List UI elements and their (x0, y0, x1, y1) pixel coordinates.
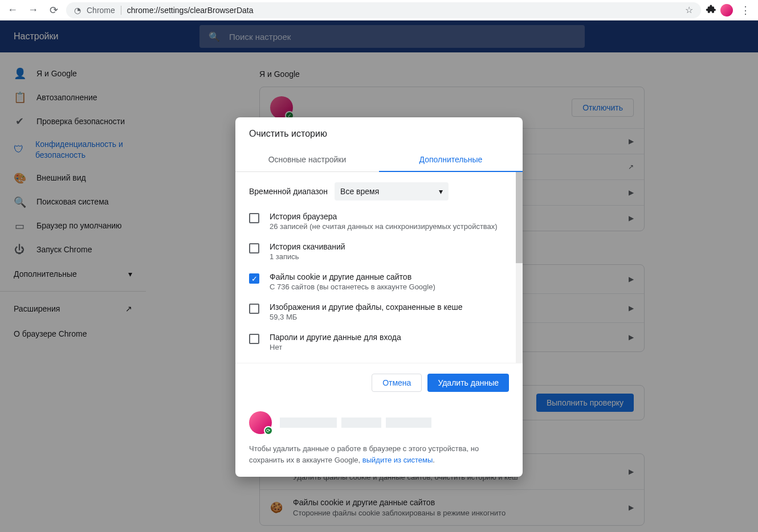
check-cookies[interactable]: ✓ Файлы cookie и другие данные сайтовС 7… (235, 267, 523, 297)
tab-basic[interactable]: Основные настройки (235, 148, 379, 171)
chrome-menu-button[interactable]: ⋮ (737, 2, 753, 18)
checkbox[interactable] (249, 304, 259, 314)
omnibox-origin: Chrome (87, 6, 121, 15)
omnibox[interactable]: ◔ Chrome chrome://settings/clearBrowserD… (66, 2, 701, 18)
check-download-history[interactable]: История скачиваний1 запись (235, 236, 523, 267)
dialog-footer: ⟳ Чтобы удалить данные о работе в браузе… (235, 402, 523, 477)
dialog-title: Очистить историю (235, 117, 523, 148)
time-range-label: Временной диапазон (249, 187, 328, 196)
cancel-button[interactable]: Отмена (372, 374, 422, 392)
dialog-scrollbar[interactable] (516, 172, 523, 363)
reload-button[interactable]: ⟳ (46, 2, 62, 18)
clear-data-button[interactable]: Удалить данные (427, 374, 509, 392)
sign-out-link[interactable]: выйдите из системы (362, 456, 433, 464)
browser-toolbar: ← → ⟳ ◔ Chrome chrome://settings/clearBr… (0, 0, 758, 21)
footer-avatar-icon: ⟳ (249, 411, 272, 434)
dialog-body: Временной диапазон Все время ▾ История б… (235, 172, 523, 363)
check-autofill-data[interactable]: Данные для автозаполнения (235, 357, 523, 363)
checkbox[interactable] (249, 334, 259, 344)
check-cached-images[interactable]: Изображения и другие файлы, сохраненные … (235, 297, 523, 327)
chevron-down-icon: ▾ (439, 187, 443, 196)
tab-advanced[interactable]: Дополнительные (379, 148, 523, 172)
time-range-select[interactable]: Все время ▾ (335, 182, 449, 200)
checkbox[interactable]: ✓ (249, 273, 259, 284)
check-browsing-history[interactable]: История браузера26 записей (не считая да… (235, 206, 523, 236)
sync-badge-icon: ⟳ (264, 426, 273, 435)
clear-data-dialog: Очистить историю Основные настройки Допо… (235, 117, 523, 477)
checkbox[interactable] (249, 243, 259, 253)
footer-note: Чтобы удалить данные о работе в браузере… (249, 443, 509, 465)
redacted-profile-info (280, 418, 431, 428)
forward-button[interactable]: → (25, 2, 41, 18)
settings-page: Настройки 🔍 👤Я и Google 📋Автозаполнение … (0, 21, 758, 532)
back-button[interactable]: ← (5, 2, 21, 18)
bookmark-star-icon[interactable]: ☆ (685, 5, 693, 15)
dialog-tabs: Основные настройки Дополнительные (235, 148, 523, 172)
profile-avatar[interactable] (720, 4, 733, 17)
site-info-icon: ◔ (74, 6, 81, 15)
extensions-icon[interactable] (706, 4, 716, 17)
checkbox[interactable] (249, 213, 259, 223)
modal-overlay: Очистить историю Основные настройки Допо… (0, 21, 758, 532)
check-passwords[interactable]: Пароли и другие данные для входаНет (235, 327, 523, 357)
omnibox-url: chrome://settings/clearBrowserData (127, 6, 254, 15)
